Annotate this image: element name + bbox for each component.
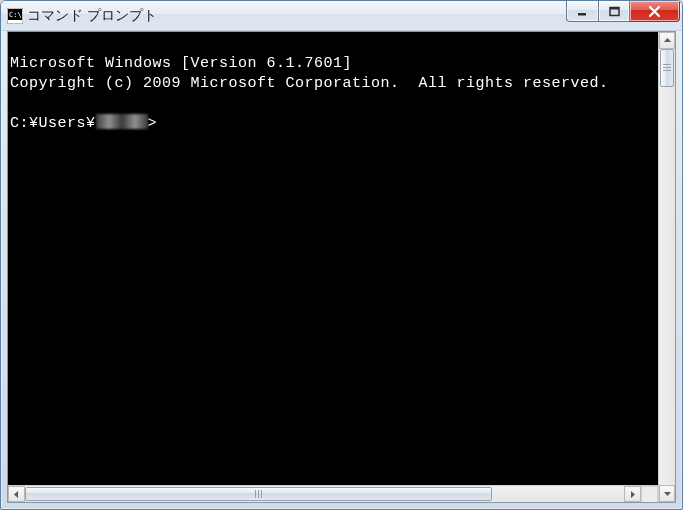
svg-rect-3: [578, 13, 586, 16]
main-area: Microsoft Windows [Version 6.1.7601] Cop…: [8, 32, 658, 502]
titlebar[interactable]: C:\\ コマンド プロンプト: [1, 1, 682, 31]
maximize-icon: [609, 6, 620, 17]
v-scroll-thumb[interactable]: [660, 49, 674, 87]
minimize-icon: [577, 6, 588, 17]
console-output[interactable]: Microsoft Windows [Version 6.1.7601] Cop…: [8, 32, 658, 485]
scroll-down-button[interactable]: [659, 485, 675, 502]
close-button[interactable]: [630, 1, 680, 22]
minimize-button[interactable]: [566, 1, 598, 22]
console-line: Copyright (c) 2009 Microsoft Corporation…: [10, 75, 609, 92]
scroll-right-button[interactable]: [624, 486, 641, 502]
scroll-up-button[interactable]: [659, 32, 675, 49]
prompt-path: C:¥Users¥: [10, 115, 96, 132]
prompt-suffix: >: [148, 115, 158, 132]
svg-text:C:\\: C:\\: [9, 11, 23, 19]
scroll-left-button[interactable]: [8, 486, 25, 502]
window: C:\\ コマンド プロンプト: [0, 0, 683, 510]
svg-rect-5: [610, 7, 619, 9]
chevron-down-icon: [664, 490, 671, 497]
chevron-right-icon: [629, 491, 636, 498]
client-area: Microsoft Windows [Version 6.1.7601] Cop…: [7, 31, 676, 503]
horizontal-scrollbar[interactable]: [8, 485, 658, 502]
scrollbar-corner: [641, 486, 658, 502]
grip-icon: [663, 64, 671, 72]
close-icon: [648, 5, 661, 18]
h-scroll-thumb[interactable]: [25, 487, 492, 501]
chevron-left-icon: [13, 491, 20, 498]
cmd-icon: C:\\: [7, 8, 23, 24]
console-prompt: C:¥Users¥>: [10, 115, 157, 132]
h-scroll-track[interactable]: [25, 486, 624, 502]
redacted-username: [96, 114, 148, 129]
window-title: コマンド プロンプト: [27, 7, 566, 25]
chevron-up-icon: [664, 37, 671, 44]
vertical-scrollbar[interactable]: [658, 32, 675, 502]
caption-buttons: [566, 1, 680, 22]
v-scroll-track[interactable]: [659, 49, 675, 485]
grip-icon: [255, 490, 263, 498]
maximize-button[interactable]: [598, 1, 630, 22]
console-line: Microsoft Windows [Version 6.1.7601]: [10, 55, 352, 72]
